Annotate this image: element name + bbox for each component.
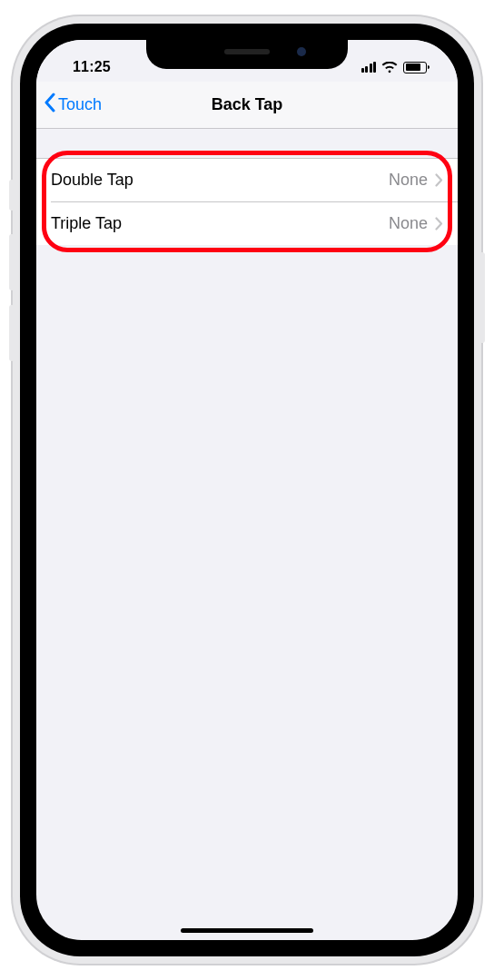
cellular-signal-icon [361,62,377,74]
status-time: 11:25 [73,59,111,75]
back-label: Touch [58,95,102,114]
nav-bar: Touch Back Tap [36,82,458,129]
row-label: Triple Tap [51,214,122,233]
phone-mockup: 11:25 Touch Back Tap [13,16,481,964]
row-value: None [389,214,428,233]
content: Double Tap None Triple Tap None [36,129,458,245]
status-right [361,62,428,74]
screen: 11:25 Touch Back Tap [36,40,458,940]
volume-down [9,305,15,361]
page-title: Back Tap [212,95,283,114]
chevron-right-icon [435,173,443,187]
row-value: None [389,171,428,190]
home-indicator[interactable] [181,928,313,933]
back-button[interactable]: Touch [44,82,102,128]
wifi-icon [381,62,398,74]
chevron-right-icon [435,217,443,230]
volume-up [9,234,15,290]
chevron-left-icon [44,93,56,117]
notch [146,40,348,69]
earpiece [224,49,270,54]
phone-frame: 11:25 Touch Back Tap [20,24,474,956]
row-label: Double Tap [51,171,133,190]
power-button [479,252,485,343]
battery-icon [403,62,427,74]
settings-group: Double Tap None Triple Tap None [36,158,458,245]
row-triple-tap[interactable]: Triple Tap None [36,201,458,245]
front-camera [297,47,306,56]
row-double-tap[interactable]: Double Tap None [36,158,458,201]
mute-switch [9,180,15,211]
